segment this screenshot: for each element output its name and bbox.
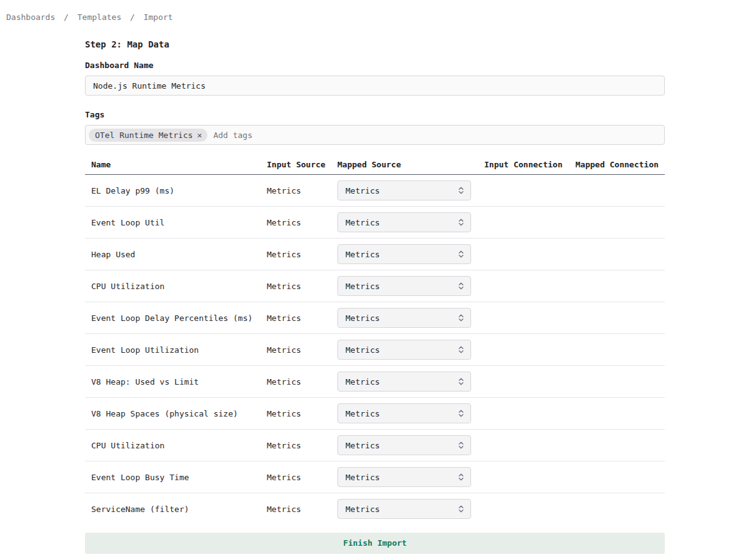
row-mapped-source-cell: Metrics — [337, 398, 484, 430]
import-step2-panel: Step 2: Map Data Dashboard Name Tags OTe… — [85, 39, 665, 554]
mapped-source-value: Metrics — [346, 282, 380, 291]
dashboard-name-input[interactable] — [85, 76, 665, 96]
row-input-connection — [484, 398, 575, 430]
mapped-source-value: Metrics — [346, 313, 380, 323]
mapped-source-value: Metrics — [346, 505, 380, 514]
mapped-source-select[interactable]: Metrics — [337, 499, 471, 519]
column-header-input-connection: Input Connection — [484, 145, 575, 175]
row-input-source: Metrics — [267, 461, 337, 493]
row-input-source: Metrics — [267, 302, 337, 334]
row-mapped-connection — [575, 430, 665, 461]
breadcrumb-dashboards[interactable]: Dashboards — [6, 12, 55, 22]
finish-import-button[interactable]: Finish Import — [85, 533, 665, 554]
mapped-source-value: Metrics — [346, 345, 380, 355]
row-input-source: Metrics — [267, 207, 337, 239]
chevron-up-down-icon — [457, 473, 465, 481]
row-name: V8 Heap: Used vs Limit — [85, 366, 267, 398]
mapped-source-value: Metrics — [346, 473, 380, 482]
row-mapped-source-cell: Metrics — [337, 239, 484, 270]
row-mapped-connection — [575, 398, 665, 430]
mapped-source-value: Metrics — [346, 218, 380, 227]
step-title: Step 2: Map Data — [85, 39, 665, 49]
table-row: Heap UsedMetricsMetrics — [85, 239, 665, 270]
row-mapped-connection — [575, 175, 665, 207]
tag-chip-label: OTel Runtime Metrics — [95, 131, 193, 140]
mapped-source-select[interactable]: Metrics — [337, 180, 471, 200]
row-mapped-source-cell: Metrics — [337, 270, 484, 302]
chevron-up-down-icon — [457, 441, 465, 450]
mapped-source-select[interactable]: Metrics — [337, 276, 471, 296]
tag-chip: OTel Runtime Metrics ✕ — [89, 129, 207, 142]
dashboard-name-label: Dashboard Name — [85, 61, 665, 70]
mapped-source-select[interactable]: Metrics — [337, 467, 471, 487]
table-row: EL Delay p99 (ms)MetricsMetrics — [85, 175, 665, 207]
row-mapped-source-cell: Metrics — [337, 207, 484, 239]
mapped-source-select[interactable]: Metrics — [337, 435, 471, 455]
row-input-connection — [484, 366, 575, 398]
row-name: Event Loop Util — [85, 207, 267, 239]
table-header-row: Name Input Source Mapped Source Input Co… — [85, 145, 665, 175]
row-input-connection — [484, 493, 575, 525]
row-input-source: Metrics — [267, 430, 337, 461]
tag-remove-icon[interactable]: ✕ — [197, 131, 202, 139]
row-input-source: Metrics — [267, 493, 337, 525]
row-input-connection — [484, 461, 575, 493]
mapped-source-select[interactable]: Metrics — [337, 340, 471, 360]
row-mapped-connection — [575, 366, 665, 398]
row-mapped-connection — [575, 461, 665, 493]
mapped-source-select[interactable]: Metrics — [337, 308, 471, 328]
chevron-up-down-icon — [457, 218, 465, 227]
breadcrumb-templates[interactable]: Templates — [77, 12, 121, 22]
row-name: Event Loop Busy Time — [85, 461, 267, 493]
mapped-source-value: Metrics — [346, 441, 380, 450]
chevron-up-down-icon — [457, 409, 465, 418]
row-name: Event Loop Utilization — [85, 334, 267, 366]
mapped-source-select[interactable]: Metrics — [337, 212, 471, 232]
row-name: Event Loop Delay Percentiles (ms) — [85, 302, 267, 334]
mapped-source-value: Metrics — [346, 377, 380, 387]
row-name: Heap Used — [85, 239, 267, 270]
column-header-mapped-connection: Mapped Connection — [575, 145, 665, 175]
row-name: CPU Utilization — [85, 270, 267, 302]
row-input-connection — [484, 430, 575, 461]
mapped-source-select[interactable]: Metrics — [337, 372, 471, 392]
tags-label: Tags — [85, 110, 665, 119]
add-tags-input[interactable] — [213, 131, 661, 140]
row-mapped-source-cell: Metrics — [337, 430, 484, 461]
breadcrumb-separator: / — [130, 12, 135, 22]
table-row: Event Loop Delay Percentiles (ms)Metrics… — [85, 302, 665, 334]
row-name: EL Delay p99 (ms) — [85, 175, 267, 207]
table-row: V8 Heap Spaces (physical size)MetricsMet… — [85, 398, 665, 430]
row-name: ServiceName (filter) — [85, 493, 267, 525]
row-input-connection — [484, 239, 575, 270]
mapped-source-value: Metrics — [346, 186, 380, 195]
table-row: ServiceName (filter)MetricsMetrics — [85, 493, 665, 525]
row-mapped-source-cell: Metrics — [337, 334, 484, 366]
row-input-source: Metrics — [267, 366, 337, 398]
table-row: CPU UtilizationMetricsMetrics — [85, 270, 665, 302]
row-input-source: Metrics — [267, 398, 337, 430]
row-mapped-connection — [575, 493, 665, 525]
row-input-source: Metrics — [267, 175, 337, 207]
chevron-up-down-icon — [457, 505, 465, 513]
row-input-source: Metrics — [267, 239, 337, 270]
mapped-source-select[interactable]: Metrics — [337, 244, 471, 264]
breadcrumb-separator: / — [64, 12, 69, 22]
row-input-connection — [484, 334, 575, 366]
row-input-source: Metrics — [267, 270, 337, 302]
breadcrumb-import[interactable]: Import — [144, 12, 173, 22]
column-header-mapped-source: Mapped Source — [337, 145, 484, 175]
mapped-source-select[interactable]: Metrics — [337, 403, 471, 423]
table-row: Event Loop Busy TimeMetricsMetrics — [85, 461, 665, 493]
chevron-up-down-icon — [457, 186, 465, 195]
row-mapped-source-cell: Metrics — [337, 302, 484, 334]
table-row: Event Loop UtilizationMetricsMetrics — [85, 334, 665, 366]
row-input-connection — [484, 207, 575, 239]
column-header-name: Name — [85, 145, 267, 175]
chevron-up-down-icon — [457, 377, 465, 386]
tags-input[interactable]: OTel Runtime Metrics ✕ — [85, 125, 665, 145]
chevron-up-down-icon — [457, 313, 465, 322]
chevron-up-down-icon — [457, 345, 465, 354]
mapped-source-value: Metrics — [346, 409, 380, 418]
row-name: CPU Utilization — [85, 430, 267, 461]
